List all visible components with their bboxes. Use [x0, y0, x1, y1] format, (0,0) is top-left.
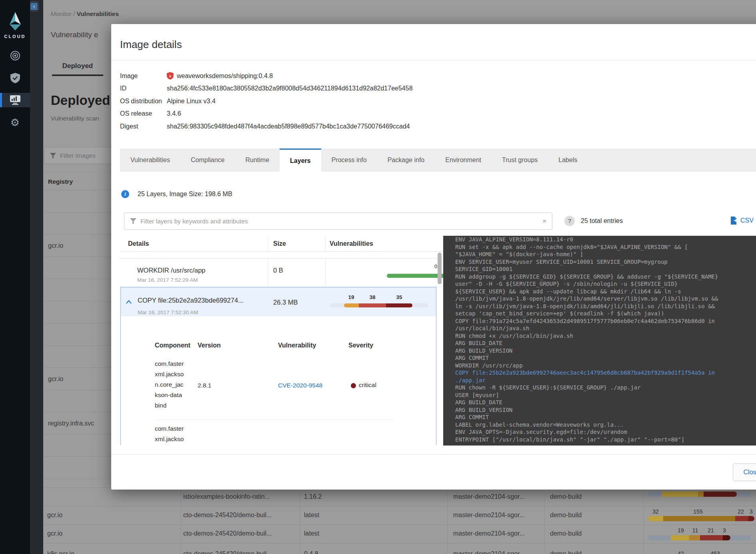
cell-tag: latest	[304, 530, 319, 537]
vuln-count-high: 38	[369, 294, 375, 300]
csv-export-button[interactable]: CSV	[730, 217, 754, 225]
dockerfile-line: ENTRYPOINT ["/usr/local/bin/java.sh" "-j…	[455, 436, 723, 444]
tab-runtime[interactable]: Runtime	[235, 149, 280, 172]
info-icon: i	[121, 190, 129, 198]
radar-icon	[10, 50, 20, 61]
cell-cluster: demo-build	[550, 493, 582, 500]
app-logo-icon[interactable]	[7, 12, 24, 30]
field-value-digest: sha256:983305c948fded487f4a4acdeab5f898e…	[167, 123, 410, 130]
cell-registry: k8s.gcr.io	[47, 550, 74, 554]
table-scrollbar[interactable]	[438, 253, 442, 284]
cell-repository: cto-demos-245420/demo-buil...	[183, 530, 272, 537]
divider	[155, 420, 394, 420]
dockerfile-line: ARG COMMIT	[455, 413, 723, 421]
field-value-os-distribution: Alpine Linux v3.4	[167, 98, 216, 105]
tab-process-info[interactable]: Process info	[321, 149, 377, 172]
vulnerability-bar	[648, 535, 751, 540]
cell-cluster: demo-build	[550, 550, 582, 554]
sidebar-item-monitor[interactable]	[0, 93, 30, 107]
vuln-count: 155	[693, 508, 702, 515]
screen: CLOUD	[0, 0, 756, 554]
layer-size: 0 B	[268, 259, 325, 287]
layer-title: COPY file:25b2e2a923bde699274...	[138, 297, 270, 304]
vuln-count: 42	[678, 550, 684, 554]
tab-layers[interactable]: Layers	[280, 149, 321, 172]
layer-row-copy-selected[interactable]: COPY file:25b2e2a923bde699274... Mar 16,…	[120, 287, 436, 316]
layer-row-workdir[interactable]: WORKDIR /usr/src/app Mar 16, 2017 7:52:2…	[120, 259, 443, 287]
column-header-version: Version	[198, 342, 221, 349]
field-label-digest: Digest	[120, 123, 167, 130]
cell-host: master-demo2104-sgor...	[453, 530, 525, 537]
sidebar-item-manage[interactable]: ⚙	[0, 114, 30, 130]
column-header-size: Size	[268, 236, 325, 251]
breadcrumb-page: Vulnerabilities	[77, 10, 119, 17]
dockerfile-line: ENV JAVA_OPTS=-Djava.security.egd=file:/…	[455, 428, 723, 436]
cell-repository: cto-demos-245420/demo-buil...	[183, 550, 272, 554]
expand-sidebar-button[interactable]: ›	[30, 3, 38, 10]
vuln-count: 11	[692, 527, 698, 534]
chevron-up-icon[interactable]	[126, 300, 132, 304]
clear-filter-icon[interactable]: ×	[542, 217, 546, 225]
table-row[interactable]: istio/examples-bookinfo-ratin... 1.16.2 …	[43, 488, 756, 506]
help-icon[interactable]: ?	[564, 216, 575, 226]
dockerfile-line: RUN chown -R ${SERVICE_USER}:${SERVICE_G…	[455, 384, 723, 391]
layer-expanded-detail: Component Version Vulnerability Severity…	[120, 316, 436, 445]
dockerfile-line: RUN chmod +x /usr/local/bin/java.sh	[455, 332, 723, 340]
bg-page-title: Vulnerability e	[51, 30, 98, 39]
bg-filter-images-input[interactable]: Filter images	[44, 147, 122, 164]
sidebar-item-defend[interactable]	[0, 70, 30, 86]
table-row[interactable]: k8s.gcr.io cto-demos-245420/demo-buil...…	[43, 543, 756, 554]
tab-deployed[interactable]: Deployed	[52, 58, 103, 76]
cell-registry: gcr.io	[47, 530, 62, 537]
vuln-count: 21	[708, 527, 714, 534]
tab-trust-groups[interactable]: Trust groups	[492, 149, 548, 172]
field-label-os-release: OS release	[120, 110, 167, 117]
image-details-modal: Image details Image x weaveworksdemos/sh…	[111, 24, 756, 490]
layers-summary-text: 25 Layers, Image Size: 198.6 MB	[138, 191, 232, 198]
tab-vulnerabilities[interactable]: Vulnerabilities	[120, 149, 180, 172]
tab-environment[interactable]: Environment	[435, 149, 492, 172]
column-header-severity: Severity	[348, 342, 373, 349]
close-button[interactable]: Close	[733, 464, 756, 481]
field-value-image: weaveworksdemos/shipping:0.4.8	[177, 72, 273, 80]
severity-critical-icon	[351, 383, 356, 388]
sidebar-item-radar[interactable]	[0, 48, 30, 64]
cell-tag: 0.4.8	[304, 550, 318, 554]
breadcrumb-divider: /	[73, 10, 77, 17]
severity-label: critical	[359, 381, 376, 389]
csv-export-icon	[730, 217, 738, 225]
component-name: com.fasterxml.jackson.core_jackson-datab…	[155, 359, 185, 411]
collapsed-subnav	[30, 0, 43, 554]
dockerfile-line: RUN addgroup -g ${SERVICE_GID} ${SERVICE…	[455, 273, 723, 317]
component-version: 2.8.1	[198, 382, 211, 389]
gear-icon: ⚙	[10, 117, 20, 128]
cell-host: master-demo2104-sgor...	[453, 550, 525, 554]
tab-package-info[interactable]: Package info	[377, 149, 435, 172]
dockerfile-line: ARG BUILD_DATE	[455, 339, 723, 347]
cell-repository: cto-demos-245420/demo-buil...	[183, 512, 272, 519]
bg-section-subtitle: Vulnerability scan	[51, 115, 99, 122]
modal-title: Image details	[120, 38, 182, 51]
divider	[111, 454, 756, 455]
cell-registry: gcr.io	[47, 512, 62, 519]
dockerfile-line: ENV SERVICE_USER=myuser SERVICE_UID=1000…	[455, 258, 723, 273]
funnel-icon	[130, 218, 136, 224]
cve-link[interactable]: CVE-2020-9548	[278, 382, 322, 389]
vulnerability-bar	[330, 303, 428, 307]
csv-export-label: CSV	[740, 217, 754, 224]
filter-layers-input[interactable]	[140, 218, 542, 225]
layer-size: 26.3 MB	[273, 299, 298, 306]
dockerfile-line: ENV JAVA_ALPINE_VERSION=8.111.14-r0	[455, 236, 723, 243]
dockerfile-line: COPY file:791a724c5a7efd4243653d2d498951…	[455, 317, 723, 332]
tab-labels[interactable]: Labels	[548, 149, 588, 172]
table-row[interactable]: gcr.io cto-demos-245420/demo-buil... lat…	[43, 506, 756, 524]
field-label-os-distribution: OS distribution	[120, 98, 167, 105]
dockerfile-panel: ENV JAVA_ALPINE_VERSION=8.111.14-r0RUN s…	[443, 236, 756, 446]
vuln-count: 3	[750, 508, 753, 515]
table-row[interactable]: gcr.io cto-demos-245420/demo-buil... lat…	[43, 524, 756, 543]
tab-compliance[interactable]: Compliance	[180, 149, 235, 172]
breadcrumb-section[interactable]: Monitor	[51, 10, 72, 17]
dockerfile-line-highlighted: COPY file:25b2e2a923bde6992746aeec3ac4c1…	[455, 369, 723, 384]
bg-filter-placeholder: Filter images	[60, 152, 96, 159]
svg-text:x: x	[169, 74, 171, 78]
